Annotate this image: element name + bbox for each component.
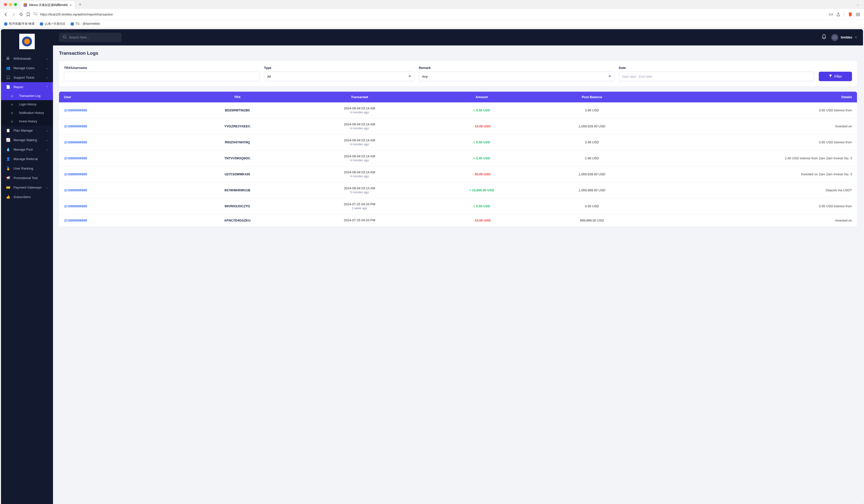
new-tab-button[interactable]: +	[77, 2, 84, 7]
cell-balance: 1,009,939.00 USD	[537, 170, 647, 178]
sidebar-icon: 👥	[6, 66, 10, 70]
url-bar[interactable]: https://licai105.timibbs.vip/admin/repor…	[34, 12, 825, 16]
user-link[interactable]: @18888888888	[64, 156, 87, 160]
filter-date-input[interactable]	[619, 72, 814, 81]
amount-value: + 10,000.00 USD	[469, 188, 494, 192]
menu-icon[interactable]	[856, 13, 860, 16]
trx-code: 98VRH3JOCZTO	[225, 204, 250, 208]
details-text: 0.50 USD interest from	[819, 108, 852, 112]
cell-user: @18888888888	[64, 107, 182, 114]
back-button[interactable]	[4, 12, 8, 16]
svg-rect-10	[833, 36, 836, 38]
sidebar-icon: 💧	[6, 147, 10, 151]
txn-ago: 4 minutes ago	[350, 143, 369, 146]
bookmark-label: 程序搭建/开发/修复	[9, 22, 35, 26]
sidebar-item-manage-referral[interactable]: 👤 Manage Referral	[1, 154, 53, 163]
sidebar-item-plan-manage[interactable]: 📋 Plan Manage ⌄	[1, 126, 53, 135]
filter-type-select[interactable]: All	[264, 72, 414, 81]
user-link[interactable]: @18888888888	[64, 172, 87, 176]
cell-transacted: 2024-07-25 04:33 PM	[292, 218, 427, 222]
notifications-icon[interactable]	[822, 34, 826, 40]
share-icon[interactable]	[837, 12, 840, 16]
sidebar-item-promotional-tool[interactable]: 📢 Promotional Tool	[1, 173, 53, 183]
txn-ago: 5 minutes ago	[350, 190, 369, 194]
txn-date: 2024-08-04 03:14 AM	[344, 138, 375, 142]
tabs-collapse-icon[interactable]: ⌄	[854, 3, 862, 6]
minimize-window-button[interactable]	[9, 3, 12, 6]
avatar	[831, 34, 838, 41]
filter-button[interactable]: Filter	[819, 72, 852, 81]
balance-value: 999,989.00 USD	[580, 219, 604, 222]
sidebar-item-payment-gateways[interactable]: 💳 Payment Gateways ⌄	[1, 183, 53, 192]
cell-balance: 3.90 USD	[537, 107, 647, 114]
sidebar-logo[interactable]	[1, 29, 53, 54]
user-link[interactable]: @18888888888	[64, 204, 87, 208]
sidebar-label: Manage Referral	[13, 157, 48, 161]
th-amount: Amount	[427, 95, 537, 99]
main-content: timibbs ⊙ Transaction Logs TRX/Username …	[53, 29, 863, 504]
brave-shield-icon[interactable]	[848, 12, 852, 17]
close-window-button[interactable]	[4, 3, 7, 6]
bookmark-item[interactable]: 程序搭建/开发/修复	[4, 22, 35, 26]
sidebar-subitem-invest-history[interactable]: ⊙Invest History	[1, 117, 53, 126]
details-text: Invested on Zam Zam Investr No. 3	[801, 172, 852, 176]
amount-value: - 10.00 USD	[473, 124, 491, 128]
sidebar-subitem-notification-history[interactable]: ⊙Notification History	[1, 109, 53, 117]
sidebar-item-withdrawals[interactable]: 🏛 Withdrawals ⌄	[1, 54, 53, 63]
bookmark-item[interactable]: TG：@tianmeibbs	[71, 22, 100, 26]
reload-button[interactable]	[19, 12, 23, 16]
site-tune-icon[interactable]	[34, 12, 37, 16]
cell-amount: + 2.40 USD	[427, 154, 537, 162]
balance-value: 3.40 USD	[585, 140, 599, 144]
sidebar-subitem-login-history[interactable]: ⊙Login History	[1, 100, 53, 109]
amount-value: + 0.50 USD	[473, 204, 490, 208]
translate-icon[interactable]: 文A	[828, 12, 833, 17]
cell-balance: 1,009,929.00 USD	[537, 122, 647, 130]
close-tab-icon[interactable]: ×	[70, 3, 72, 7]
table-row: @18888888888 AFNC7D4GSZKU 2024-07-25 04:…	[59, 214, 857, 227]
cell-details: Invested on Zam Zam Investr No. 3	[647, 170, 852, 178]
amount-value: - 50.00 USD	[473, 172, 491, 176]
table-header: User TRX Transacted Amount Post Balance …	[59, 92, 857, 102]
sidebar-item-manage-users[interactable]: 👥 Manage Users ⌄	[1, 63, 53, 73]
browser-tab[interactable]: Nikora-天美社区源码网timibb ×	[21, 1, 75, 9]
table-row: @18888888888 R93ZH4YNH78Q 2024-08-04 03:…	[59, 134, 857, 150]
filter-remark-select[interactable]: Any	[419, 72, 614, 81]
sidebar-item-subscribers[interactable]: 👍 Subscribers	[1, 192, 53, 201]
maximize-window-button[interactable]	[14, 3, 17, 6]
filter-trx-input[interactable]	[64, 72, 260, 81]
sidebar-icon: 📢	[6, 176, 10, 180]
cell-amount: + 0.50 USD	[427, 202, 537, 210]
txn-date: 2024-07-25 04:33 PM	[344, 218, 375, 222]
user-menu[interactable]: timibbs ⊙	[831, 34, 857, 41]
sidebar-item-report[interactable]: 📄 Report ⌃	[1, 82, 53, 92]
sidebar-item-manage-staking[interactable]: 📈 Manage Staking ⌄	[1, 135, 53, 145]
sidebar-subitem-transaction-log[interactable]: ⊙Transaction Log	[1, 92, 53, 100]
bookmark-icon[interactable]	[26, 12, 30, 16]
search-box[interactable]	[59, 33, 121, 42]
sidebar-label: Support Ticket	[13, 76, 43, 79]
cell-transacted: 2024-08-04 03:14 AM 4 minutes ago	[292, 170, 427, 178]
cell-amount: + 0.50 USD	[427, 107, 537, 114]
forward-button[interactable]	[12, 12, 15, 16]
bookmark-item[interactable]: 认准->天美社区	[40, 22, 65, 26]
user-link[interactable]: @18888888888	[64, 140, 87, 144]
details-text: 0.50 USD interest from	[819, 140, 852, 144]
balance-value: 0.50 USD	[585, 204, 599, 208]
cell-transacted: 2024-08-04 03:14 AM 4 minutes ago	[292, 154, 427, 162]
cell-details: 0.50 USD interest from	[647, 202, 852, 210]
user-link[interactable]: @18888888888	[64, 124, 87, 128]
filter-remark-group: Remark Any	[419, 66, 614, 81]
user-link[interactable]: @18888888888	[64, 219, 87, 222]
chevron-down-icon: ⌄	[46, 76, 48, 79]
sidebar-label: User Ranking	[13, 167, 48, 170]
trx-code: YVGZRE3YAEEC	[224, 124, 250, 128]
user-link[interactable]: @18888888888	[64, 108, 87, 112]
sidebar-item-user-ranking[interactable]: 🏅 User Ranking	[1, 163, 53, 173]
search-input[interactable]	[69, 36, 118, 39]
sidebar-item-support-ticket[interactable]: 🎧 Support Ticket ⌄	[1, 73, 53, 82]
txn-ago: 4 minutes ago	[350, 159, 369, 162]
sidebar-item-manage-pool[interactable]: 💧 Manage Pool ⌄	[1, 145, 53, 154]
topbar: timibbs ⊙	[53, 29, 863, 46]
user-link[interactable]: @18888888888	[64, 188, 87, 192]
